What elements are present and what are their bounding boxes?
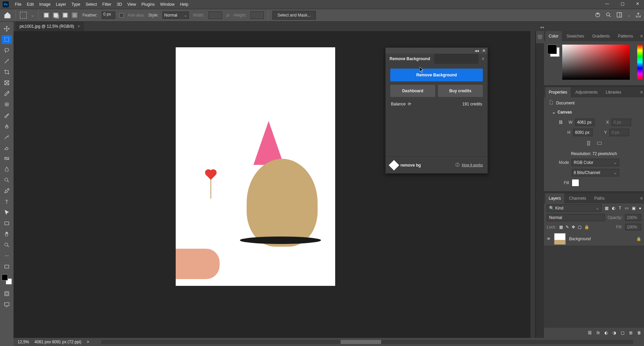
menu-3d[interactable]: 3D <box>114 2 124 7</box>
filter-shape-icon[interactable]: ▭ <box>625 206 628 211</box>
fill-swatch[interactable] <box>572 179 579 187</box>
filter-toggle-icon[interactable]: ● <box>639 206 641 211</box>
more-tools-icon[interactable]: ⋯ <box>2 251 12 260</box>
minimize-icon[interactable]: — <box>602 1 612 6</box>
layer-item[interactable]: 👁 Background 🔒 <box>544 232 644 246</box>
dodge-tool-icon[interactable] <box>2 176 12 184</box>
collapse-panel-icon[interactable]: ◂◂ <box>475 48 479 53</box>
buy-credits-button[interactable]: Buy credits <box>438 85 483 97</box>
brush-tool-icon[interactable] <box>2 111 12 120</box>
tab-paths[interactable]: Paths <box>591 193 608 203</box>
remove-background-button[interactable]: Remove Background <box>390 69 483 81</box>
screen-mode-icon[interactable] <box>2 300 12 309</box>
foreground-color-swatch[interactable] <box>547 45 557 54</box>
selection-add-icon[interactable] <box>52 11 59 19</box>
vertical-scrollbar[interactable] <box>530 31 535 338</box>
lock-pixels-icon[interactable]: ✎ <box>566 225 569 229</box>
panel-menu-icon[interactable]: ≡ <box>640 90 643 95</box>
layer-filter-select[interactable]: 🔍 Kind⌄ <box>547 204 601 212</box>
mode-select[interactable]: RGB Color⌄ <box>572 159 619 166</box>
close-panel-icon[interactable]: ✕ <box>482 48 486 53</box>
new-layer-icon[interactable]: ⊞ <box>629 330 633 335</box>
home-icon[interactable] <box>3 11 11 19</box>
new-group-icon[interactable]: ▢ <box>621 330 624 335</box>
fill-input[interactable]: 100% <box>625 224 641 230</box>
move-tool-icon[interactable] <box>2 24 12 33</box>
how-it-works-link[interactable]: How it works <box>462 163 483 167</box>
menu-help[interactable]: Help <box>177 2 191 7</box>
layer-list[interactable]: 👁 Background 🔒 <box>544 232 644 328</box>
lock-all-icon[interactable]: 🔒 <box>584 225 589 229</box>
workspace-icon[interactable] <box>616 12 622 19</box>
menu-plugins[interactable]: Plugins <box>139 2 157 7</box>
document-canvas[interactable] <box>176 47 335 286</box>
filter-adjustment-icon[interactable]: ◐ <box>612 206 615 211</box>
magic-wand-tool-icon[interactable] <box>2 57 12 66</box>
bits-select[interactable]: 8 Bits/Channel⌄ <box>572 169 619 176</box>
visibility-toggle-icon[interactable]: 👁 <box>547 237 551 241</box>
frame-tool-icon[interactable] <box>2 78 12 87</box>
lock-transparency-icon[interactable]: ▦ <box>559 225 563 229</box>
edit-toolbar-icon[interactable] <box>2 262 12 271</box>
menu-layer[interactable]: Layer <box>53 2 69 7</box>
marquee-tool-icon[interactable] <box>2 35 12 44</box>
link-layers-icon[interactable]: ⛓ <box>588 330 592 335</box>
panel-menu-icon[interactable]: ≡ <box>640 196 643 201</box>
lock-position-icon[interactable]: ✥ <box>572 225 575 229</box>
link-icon[interactable]: ⛓ <box>559 120 563 125</box>
style-select[interactable]: Normal⌄ <box>163 11 189 19</box>
orientation-landscape-icon[interactable] <box>596 140 602 147</box>
filter-type-icon[interactable]: T <box>619 206 621 211</box>
share-icon[interactable] <box>635 12 641 19</box>
pen-tool-icon[interactable] <box>2 187 12 195</box>
menu-image[interactable]: Image <box>36 2 53 7</box>
opacity-input[interactable]: 100% <box>625 214 641 221</box>
chevron-down-icon[interactable]: ⌄ <box>627 13 630 18</box>
layer-thumbnail[interactable] <box>554 233 566 245</box>
menu-file[interactable]: File <box>12 2 24 7</box>
zoom-level[interactable]: 12,5% <box>18 340 29 344</box>
select-and-mask-button[interactable]: Select and Mask... <box>272 11 316 20</box>
layer-mask-icon[interactable]: ◐ <box>604 330 608 335</box>
filter-pixel-icon[interactable]: ▦ <box>605 206 609 211</box>
type-tool-icon[interactable] <box>2 197 12 206</box>
lock-artboard-icon[interactable]: ▢ <box>578 225 581 229</box>
menu-type[interactable]: Type <box>69 2 83 7</box>
remove-bg-plugin-panel[interactable]: ◂◂ ✕ Remove Background ≡ Remove Backgrou… <box>385 47 488 174</box>
close-tab-icon[interactable]: × <box>78 24 80 29</box>
selection-subtract-icon[interactable] <box>61 11 69 19</box>
eyedropper-tool-icon[interactable] <box>2 89 12 98</box>
info-icon[interactable]: ⓘ <box>455 163 460 167</box>
hand-tool-icon[interactable] <box>2 230 12 239</box>
crop-tool-icon[interactable] <box>2 68 12 76</box>
filter-smart-icon[interactable]: ▣ <box>632 206 636 211</box>
blend-mode-select[interactable]: Normal <box>547 214 605 221</box>
document-dimensions[interactable]: 4061 pxx 6091 px (72 ppi) <box>34 340 81 344</box>
lasso-tool-icon[interactable] <box>2 46 12 55</box>
foreground-background-colors[interactable] <box>2 274 12 285</box>
chevron-down-icon[interactable]: ⌄ <box>31 13 34 18</box>
panel-menu-icon[interactable]: ≡ <box>640 34 643 39</box>
layer-fx-icon[interactable]: fx <box>597 330 600 335</box>
menu-filter[interactable]: Filter <box>100 2 114 7</box>
canvas-section[interactable]: ⌄Canvas <box>549 108 639 116</box>
height-input[interactable]: 6091 px <box>573 129 593 136</box>
selection-new-icon[interactable] <box>43 11 50 19</box>
chevron-right-icon[interactable]: > <box>87 340 89 344</box>
lock-icon[interactable]: 🔒 <box>636 237 641 241</box>
gradient-tool-icon[interactable] <box>2 154 12 163</box>
horizontal-scrollbar[interactable] <box>101 340 633 344</box>
tab-adjustments[interactable]: Adjustments <box>572 87 601 97</box>
tab-channels[interactable]: Channels <box>566 193 590 203</box>
panel-rail-icon[interactable] <box>536 31 544 43</box>
color-field[interactable] <box>562 45 630 80</box>
tab-patterns[interactable]: Patterns <box>615 31 637 41</box>
tab-color[interactable]: Color <box>545 31 562 41</box>
orientation-portrait-icon[interactable] <box>586 140 592 147</box>
plugin-tab-title[interactable]: Remove Background <box>386 54 434 64</box>
rectangle-tool-icon[interactable] <box>2 219 12 228</box>
history-brush-tool-icon[interactable] <box>2 132 12 141</box>
adjustment-layer-icon[interactable]: ◑ <box>613 330 616 335</box>
clone-stamp-tool-icon[interactable] <box>2 122 12 130</box>
tab-layers[interactable]: Layers <box>545 193 564 203</box>
